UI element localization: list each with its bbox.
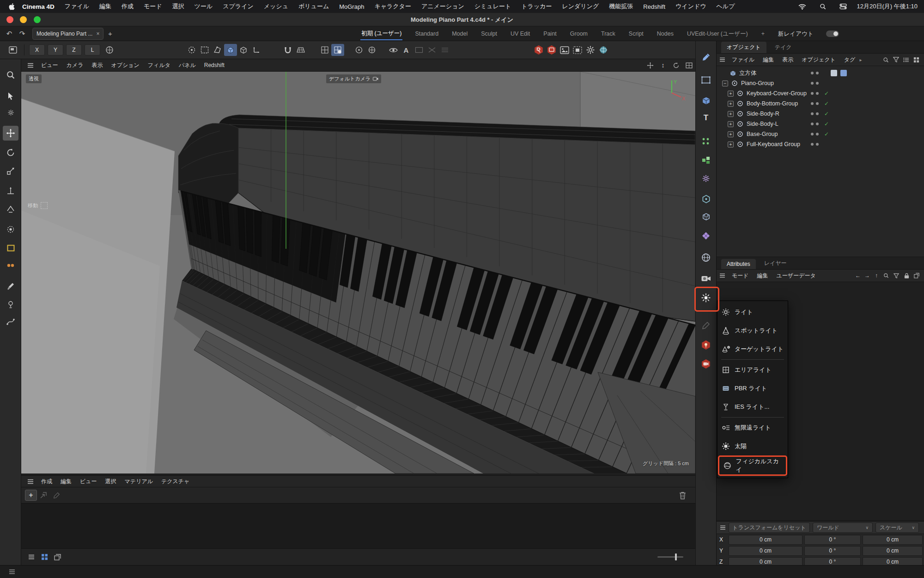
viewport-menu-redshift[interactable]: Redshift	[200, 62, 229, 68]
material-edit-pencil-icon[interactable]	[50, 489, 63, 501]
scale-tool-icon[interactable]	[3, 164, 18, 178]
om-list-view-icon[interactable]	[901, 54, 911, 66]
cube-primitive-icon[interactable]	[237, 44, 250, 56]
viewport-menu-panel[interactable]: パネル	[175, 61, 200, 69]
add-layout-tab-icon[interactable]: +	[760, 29, 766, 39]
expand-icon[interactable]: +	[728, 131, 734, 137]
primitive-cube-icon[interactable]	[698, 92, 714, 108]
menu-item-light[interactable]: ライト	[717, 303, 788, 321]
viewport-panel-menu-icon[interactable]	[24, 59, 37, 71]
collapse-icon[interactable]: −	[722, 80, 728, 86]
visibility-dots[interactable]	[811, 92, 819, 95]
material-menu-texture[interactable]: テクスチャ	[157, 478, 194, 486]
lamp-tool-icon[interactable]	[3, 297, 18, 312]
redo-icon[interactable]: ↷	[16, 28, 29, 40]
menu-item-spot-light[interactable]: スポットライト	[717, 321, 788, 340]
light-object-icon[interactable]	[698, 290, 714, 306]
viewport-menu-view[interactable]: ビュー	[37, 61, 62, 69]
text-object-icon[interactable]: T	[698, 110, 714, 126]
menu-mode[interactable]: モード	[139, 2, 167, 11]
tab-layers[interactable]: レイヤー	[759, 258, 792, 269]
menu-create[interactable]: 作成	[117, 2, 138, 11]
remesh-icon[interactable]	[698, 228, 714, 244]
tab-attributes[interactable]: Attributes	[721, 259, 756, 269]
doodle-pencil-icon[interactable]	[698, 318, 714, 333]
om-filter-icon[interactable]	[891, 54, 901, 66]
polygon-pen-icon[interactable]	[211, 44, 224, 56]
effector-gear-icon[interactable]	[698, 171, 714, 186]
undo-icon[interactable]: ↶	[3, 28, 16, 40]
material-delete-trash-icon[interactable]	[676, 489, 689, 501]
menu-character[interactable]: キャラクター	[370, 2, 416, 11]
move-tool-icon[interactable]	[3, 126, 18, 141]
tweak-mode-icon[interactable]	[426, 44, 438, 56]
zoom-tool-icon[interactable]	[3, 68, 18, 82]
brush-tool-icon[interactable]	[3, 279, 18, 294]
select-tool-icon[interactable]	[3, 89, 18, 104]
modeling-settings-icon[interactable]	[224, 44, 237, 56]
menu-mograph[interactable]: MoGraph	[334, 3, 369, 10]
visibility-dots[interactable]	[811, 143, 819, 146]
material-grid-view-icon[interactable]	[38, 551, 51, 563]
object-row-base-group[interactable]: + Base-Group ✓	[717, 129, 924, 139]
om-menu-file[interactable]: ファイル	[728, 56, 759, 64]
enabled-check-icon[interactable]: ✓	[824, 100, 829, 107]
om-search-icon[interactable]	[881, 54, 891, 66]
new-material-button[interactable]: +	[25, 490, 37, 501]
phong-tag-icon[interactable]	[840, 70, 847, 76]
viewport-menu-options[interactable]: オプション	[107, 61, 143, 69]
viewport-menu-display[interactable]: 表示	[87, 61, 107, 69]
menu-item-infinite-light[interactable]: 無限遠ライト	[717, 418, 788, 437]
object-row-side-body-l[interactable]: + Side-Body-L ✓	[717, 119, 924, 129]
attr-up-icon[interactable]: ↑	[872, 270, 881, 282]
coordinate-space-dropdown[interactable]: ワールド∨	[813, 523, 873, 533]
soft-selection-icon[interactable]	[3, 222, 18, 237]
attr-menu-userdata[interactable]: ユーザーデータ	[772, 272, 820, 280]
quantize-icon[interactable]	[353, 44, 365, 56]
attr-menu-mode[interactable]: モード	[728, 272, 753, 280]
document-tab-close-icon[interactable]: ×	[96, 31, 99, 37]
material-menu-material[interactable]: マテリアル	[121, 478, 157, 486]
menu-item-ies-light[interactable]: IES ライト...	[717, 398, 788, 416]
menu-window[interactable]: ウインドウ	[671, 2, 711, 11]
material-link-icon[interactable]	[37, 489, 50, 501]
team-render-icon[interactable]	[597, 44, 610, 56]
material-list-empty[interactable]	[21, 503, 695, 548]
orange-points-tool-icon[interactable]	[3, 258, 18, 273]
enabled-check-icon[interactable]: ✓	[824, 131, 829, 137]
object-tags[interactable]	[831, 70, 847, 76]
om-menu-objects[interactable]: オブジェクト	[797, 56, 840, 64]
material-layer-view-icon[interactable]	[51, 551, 64, 563]
menu-tools[interactable]: ツール	[190, 2, 218, 11]
axis-lock-x-button[interactable]: X	[29, 44, 45, 55]
om-menu-tags[interactable]: タグ	[840, 56, 860, 64]
menu-tracker[interactable]: トラッカー	[517, 2, 556, 11]
menu-simulate[interactable]: シミュレート	[470, 2, 516, 11]
workplane-icon[interactable]	[294, 44, 307, 56]
material-strip-menu-icon[interactable]	[25, 551, 38, 563]
camera-label[interactable]: デフォルトカメラ	[326, 74, 381, 83]
layout-tab-standard[interactable]: Standard	[414, 29, 439, 39]
material-menu-create[interactable]: 作成	[37, 478, 56, 486]
om-menu-overflow-icon[interactable]: ▸	[859, 57, 862, 62]
viewport-menu-filter[interactable]: フィルタ	[144, 61, 175, 69]
layout-tab-sculpt[interactable]: Sculpt	[480, 29, 498, 39]
om-menu-edit[interactable]: 編集	[759, 56, 778, 64]
modeling-axis-icon[interactable]	[365, 44, 378, 56]
menu-file[interactable]: ファイル	[60, 2, 94, 11]
menu-item-pbr-light[interactable]: PBR ライト	[717, 379, 788, 398]
mograph-fracture-icon[interactable]	[698, 152, 714, 168]
attr-forward-icon[interactable]: →	[863, 270, 871, 282]
scale-y-field[interactable]: 0 cm	[863, 546, 923, 556]
expand-icon[interactable]: +	[728, 121, 734, 127]
viewport-pan-icon[interactable]	[644, 59, 657, 71]
viewport-menu-camera[interactable]: カメラ	[62, 61, 88, 69]
document-tab[interactable]: Modeling Piano Part ... ×	[32, 28, 103, 40]
visibility-dots[interactable]	[811, 82, 819, 85]
texture-tag-icon[interactable]	[831, 70, 837, 76]
menu-animation[interactable]: アニメーション	[417, 2, 469, 11]
layout-tab-model[interactable]: Model	[451, 29, 468, 39]
axis-lock-z-button[interactable]: Z	[66, 44, 82, 55]
viewport-canvas[interactable]: Y X 透視 デフォルトカメラ 移動 グリッド間隔 : 5 cm	[21, 72, 695, 473]
interactive-render-region-icon[interactable]	[571, 44, 584, 56]
